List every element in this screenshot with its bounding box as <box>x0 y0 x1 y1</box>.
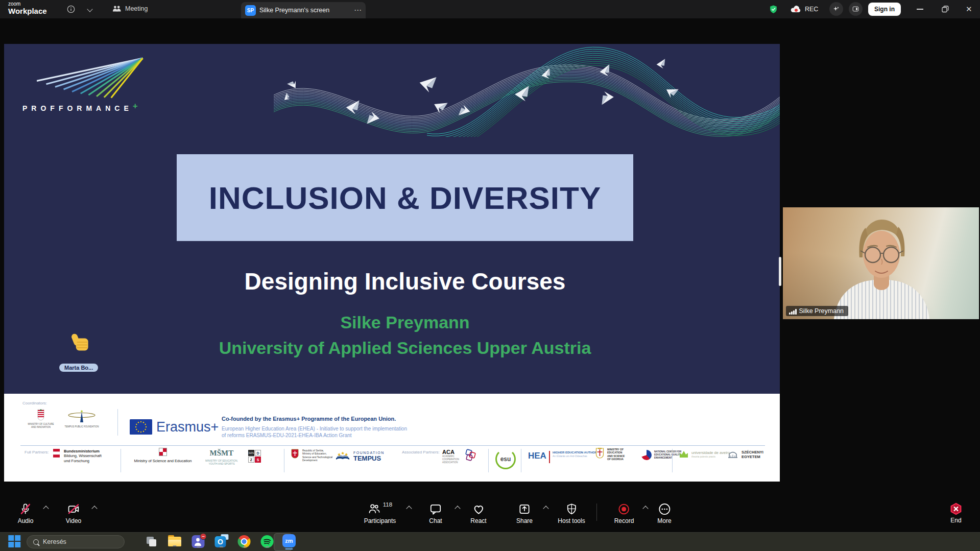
tab-meeting[interactable]: Meeting <box>112 5 148 13</box>
shield-check-icon[interactable] <box>769 5 778 14</box>
partner-sub: OF GEORGIA <box>607 458 625 461</box>
participant-name-label: Silke Preymann <box>786 306 848 316</box>
video-options-chevron[interactable] <box>91 506 97 511</box>
partner-sub: Development <box>302 459 332 462</box>
file-explorer-icon[interactable] <box>168 535 181 547</box>
host-tools-label: Host tools <box>558 517 585 524</box>
chat-button[interactable]: Chat <box>429 502 442 524</box>
partner-logo-serbia: Republic of Serbia, Ministry of Educatio… <box>291 449 332 462</box>
slide-title: INCLUSION & DIVERSITY <box>209 180 602 216</box>
start-button[interactable] <box>8 535 20 547</box>
participant-name: Silke Preymann <box>799 307 844 315</box>
search-placeholder: Keresés <box>43 538 66 545</box>
info-icon[interactable] <box>67 5 75 13</box>
participant-video <box>783 207 979 319</box>
participants-button[interactable]: 118 Participants <box>364 502 396 524</box>
share-screen-icon <box>518 502 531 516</box>
record-options-chevron[interactable] <box>642 506 648 511</box>
dzs-cell: S <box>255 457 261 463</box>
more-button[interactable]: More <box>657 502 671 524</box>
participants-options-chevron[interactable] <box>406 506 412 511</box>
share-options-chevron[interactable] <box>543 506 548 511</box>
partner-title: HEA <box>528 451 546 461</box>
tempus-pf-label: TEMPUS PUBLIC FOUNDATION <box>65 425 99 428</box>
cofunded-line: Co-founded by the Erasmus+ Programme of … <box>222 416 407 422</box>
tab-more-ellipsis-icon[interactable]: ⋯ <box>354 6 362 15</box>
partner-sub: COOPERATION <box>442 458 459 461</box>
ai-companion-button[interactable] <box>829 2 843 16</box>
audio-options-chevron[interactable] <box>43 506 49 511</box>
end-label: End <box>950 517 961 524</box>
outlook-icon[interactable]: O <box>215 535 228 548</box>
ehea-line1: European Higher Education Area (EHEA) - … <box>222 425 407 432</box>
slide-footer-band: Coordinators: MINISTRY OF CULTURE AND IN… <box>4 394 780 482</box>
zoom-app-icon[interactable]: zm <box>282 534 296 547</box>
footer-divider <box>488 449 489 472</box>
coordinator-logo-tempus-pf: TEMPUS PUBLIC FOUNDATION <box>61 410 102 428</box>
partner-logo-dzs: DZS D Z S <box>248 450 261 463</box>
associated-partners-label: Associated Partners: <box>402 450 440 454</box>
recording-indicator: REC <box>790 5 818 14</box>
footer-divider <box>672 449 673 472</box>
tab-screen-share[interactable]: SP Silke Preymann's screen ⋯ <box>241 2 366 18</box>
chat-options-chevron[interactable] <box>455 506 460 511</box>
hea-red-bar <box>549 451 550 463</box>
share-button[interactable]: Share <box>516 502 533 524</box>
partner-title: universidade de aveiro <box>691 450 730 455</box>
reaction-sender-label: Marta Bo... <box>59 364 98 372</box>
profformance-plus: + <box>133 101 138 111</box>
participants-count: 118 <box>383 501 392 508</box>
ehea-line2: of reforms ERASMUS-EDU-2021-EHEA-IBA Act… <box>222 432 407 439</box>
close-icon[interactable]: ✕ <box>966 5 972 14</box>
teams-icon[interactable] <box>192 535 205 548</box>
react-label: React <box>470 517 486 524</box>
partner-sub: YOUTH AND SPORTS <box>205 462 238 465</box>
restore-icon[interactable] <box>942 6 949 13</box>
logo-workplace: Workplace <box>8 7 47 15</box>
record-button[interactable]: Record <box>614 502 634 524</box>
profformance-fan-logo <box>37 55 145 99</box>
partner-title: ACA <box>442 449 459 455</box>
side-panel-button[interactable] <box>849 2 863 16</box>
partner-title: FOUNDATION <box>353 451 385 454</box>
chevron-down-icon[interactable] <box>87 6 92 12</box>
video-button[interactable]: Video <box>66 502 81 524</box>
minimize-icon[interactable] <box>917 9 923 10</box>
chrome-icon[interactable] <box>238 535 251 548</box>
eu-flag-icon <box>130 419 152 435</box>
partner-sub: und Forschung <box>64 459 102 463</box>
partner-sub: TEMPUS <box>353 454 385 462</box>
camera-muted-icon <box>67 502 80 516</box>
more-dots-icon <box>658 502 671 516</box>
end-button[interactable]: End <box>949 502 963 524</box>
side-panel-icon <box>852 5 859 13</box>
meeting-toolbar: Audio Video 118 Participants <box>0 500 980 532</box>
audio-button[interactable]: Audio <box>18 502 34 524</box>
partner-title: MŠMT <box>210 449 234 458</box>
sign-in-button[interactable]: Sign in <box>868 3 901 16</box>
panel-resize-handle[interactable] <box>779 257 781 286</box>
coordinator-logo-hungary: MINISTRY OF CULTURE AND INNOVATION <box>28 409 54 429</box>
zoom-workplace-window: zoom Workplace Meeting SP Silke Preymann… <box>0 0 980 551</box>
zoom-workplace-logo: zoom Workplace <box>8 2 47 15</box>
toolbar-divider <box>596 504 597 521</box>
react-button[interactable]: React <box>470 502 486 524</box>
participants-label: Participants <box>364 517 396 524</box>
share-label: Share <box>516 517 533 524</box>
partner-sub: ENHANCEMENT <box>654 457 681 460</box>
partner-sub: EGYETEM <box>742 454 763 459</box>
spotify-icon[interactable] <box>261 535 274 548</box>
chat-bubble-icon <box>429 502 442 516</box>
hu-ministry-line2: AND INNOVATION <box>28 426 54 429</box>
speaker-name: Silke Preymann <box>30 313 780 332</box>
participants-icon <box>368 502 381 516</box>
partner-logo-esu: esu <box>495 449 516 469</box>
host-tools-button[interactable]: Host tools <box>558 502 585 524</box>
partner-sub: Bildung, Wissenschaft <box>64 453 102 458</box>
taskbar-search[interactable]: Keresés <box>27 535 125 548</box>
meeting-people-icon <box>112 5 122 13</box>
partner-sub: Science and Technological <box>302 456 332 459</box>
partner-sub: theoria poiesis praxis <box>691 455 730 458</box>
record-dot-icon <box>617 502 631 516</box>
partner-title: Ministry of Science and Education <box>134 459 192 463</box>
